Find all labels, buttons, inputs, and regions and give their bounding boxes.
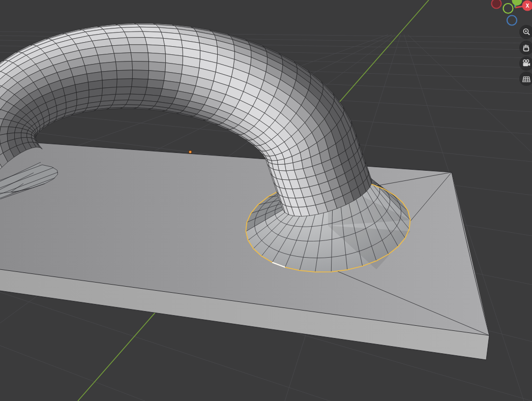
gizmo-y-positive-ball[interactable]: [512, 0, 522, 6]
gizmo-x-label: X: [526, 3, 529, 9]
toggle-projection-button[interactable]: [519, 72, 532, 86]
gizmo-x-negative-ball[interactable]: [492, 0, 501, 9]
zoom-button[interactable]: [519, 25, 532, 39]
magnifier-plus-icon: [522, 27, 531, 37]
object-origin-dot[interactable]: [189, 150, 192, 153]
gizmo-z-negative-ball[interactable]: [507, 16, 517, 25]
hand-icon: [522, 43, 531, 52]
navigation-gizmo[interactable]: X: [488, 0, 532, 28]
viewport-scene: [0, 0, 532, 401]
blender-3d-viewport[interactable]: X: [0, 0, 532, 401]
move-view-button[interactable]: [519, 41, 532, 55]
grid-icon: [522, 74, 531, 83]
gizmo-y-negative-ball[interactable]: [504, 4, 513, 13]
camera-view-button[interactable]: [519, 56, 532, 71]
camera-icon: [522, 59, 531, 68]
